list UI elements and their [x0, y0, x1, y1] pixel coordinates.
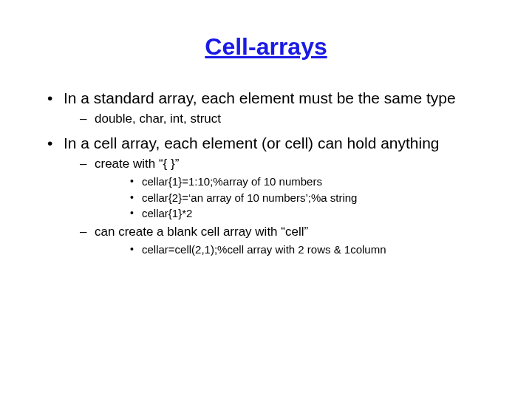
sub-item: can create a blank cell array with “cell…: [64, 224, 488, 257]
sub-list: create with “{ }” cellar{1}=1:10;%array …: [64, 156, 488, 257]
slide-title: Cell-arrays: [44, 33, 488, 61]
subsub-item: cellar{1}=1:10;%array of 10 numbers: [95, 174, 488, 189]
bullet-text: In a standard array, each element must b…: [64, 89, 456, 106]
sub-item: create with “{ }” cellar{1}=1:10;%array …: [64, 156, 488, 221]
sub-list: double, char, int, struct: [64, 111, 488, 128]
bullet-text: In a cell array, each element (or cell) …: [64, 134, 440, 151]
bullet-list: In a standard array, each element must b…: [44, 89, 488, 257]
sub-text: double, char, int, struct: [95, 112, 221, 126]
subsub-item: cellar=cell(2,1);%cell array with 2 rows…: [95, 242, 488, 257]
subsub-list: cellar=cell(2,1);%cell array with 2 rows…: [95, 242, 488, 257]
subsub-text: cellar{2}=‘an array of 10 numbers’;%a st…: [142, 191, 357, 204]
subsub-text: cellar{1}*2: [142, 207, 192, 219]
subsub-text: cellar{1}=1:10;%array of 10 numbers: [142, 175, 322, 188]
sub-text: create with “{ }”: [95, 157, 179, 171]
sub-item: double, char, int, struct: [64, 111, 488, 128]
subsub-text: cellar=cell(2,1);%cell array with 2 rows…: [142, 243, 386, 256]
subsub-item: cellar{2}=‘an array of 10 numbers’;%a st…: [95, 191, 488, 205]
subsub-list: cellar{1}=1:10;%array of 10 numbers cell…: [95, 174, 488, 221]
sub-text: can create a blank cell array with “cell…: [95, 225, 308, 239]
subsub-item: cellar{1}*2: [95, 206, 488, 221]
bullet-item: In a cell array, each element (or cell) …: [44, 134, 488, 257]
slide: Cell-arrays In a standard array, each el…: [0, 0, 532, 278]
bullet-item: In a standard array, each element must b…: [44, 89, 488, 128]
